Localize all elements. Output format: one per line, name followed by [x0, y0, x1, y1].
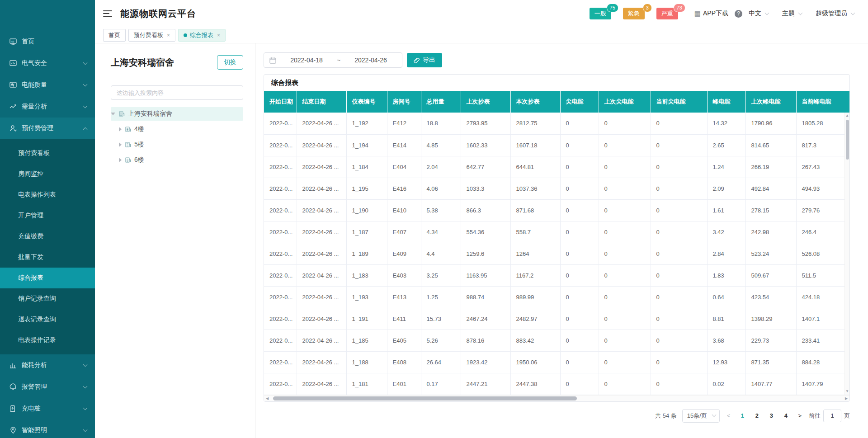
scroll-right-icon[interactable]: ▶: [843, 396, 849, 400]
sidebar-item-4[interactable]: 预付费管理: [0, 118, 95, 139]
language-select[interactable]: 中文: [749, 9, 769, 18]
table-cell: 1_181: [346, 373, 387, 395]
caret-right-icon[interactable]: [119, 142, 122, 147]
table-cell: E403: [387, 264, 421, 286]
sidebar-subitem-5[interactable]: 批量下发: [0, 247, 95, 268]
table-cell: 0: [599, 243, 651, 264]
caret-right-icon[interactable]: [119, 158, 122, 162]
sidebar-subitem-7[interactable]: 销户记录查询: [0, 288, 95, 309]
page-size-value: 15条/页: [687, 412, 707, 420]
table-cell: 526.08: [796, 243, 849, 264]
theme-select[interactable]: 主题: [782, 9, 802, 18]
tab-2[interactable]: 综合报表×: [178, 29, 226, 42]
close-tab-icon[interactable]: ×: [217, 32, 220, 38]
table-cell: 554.36: [461, 221, 510, 243]
date-start: 2022-04-18: [281, 57, 332, 64]
tree-node-child-1[interactable]: 5楼: [111, 138, 243, 151]
tree-node-root[interactable]: 上海安科瑞宿舍: [111, 107, 243, 121]
page-number-1[interactable]: 1: [737, 412, 747, 419]
table-cell: 2022-04-26 ...: [297, 178, 346, 199]
sidebar-subitem-1[interactable]: 房间监控: [0, 164, 95, 184]
tab-1[interactable]: 预付费看板×: [128, 29, 175, 42]
sidebar-item-6[interactable]: 报警管理: [0, 376, 95, 398]
table-cell: 0: [560, 351, 599, 373]
sidebar-subitem-0[interactable]: 预付费看板: [0, 143, 95, 164]
vertical-scrollbar[interactable]: ▲ ▼: [844, 113, 849, 395]
export-button[interactable]: 导出: [407, 53, 442, 67]
table-cell: 2022-0...: [264, 373, 297, 395]
table-cell: 0: [560, 286, 599, 308]
sidebar-item-8[interactable]: 智能照明: [0, 419, 95, 438]
alarm-level-button-2[interactable]: 严重73: [656, 8, 678, 19]
sidebar-subitem-4[interactable]: 充值缴费: [0, 226, 95, 247]
sidebar-subitem-9[interactable]: 电表操作记录: [0, 330, 95, 351]
tree-node-child-0[interactable]: 4楼: [111, 122, 243, 136]
table-cell: 246.4: [796, 221, 849, 243]
page-number-3[interactable]: 3: [766, 412, 776, 419]
table-cell: 1_189: [346, 243, 387, 264]
caret-down-icon[interactable]: [111, 113, 115, 115]
table-cell: 2022-04-26 ...: [297, 156, 346, 178]
table-cell: 0: [599, 156, 651, 178]
table-cell: 2022-0...: [264, 199, 297, 221]
quality-icon: [9, 81, 17, 89]
alarm-icon: [9, 383, 17, 391]
sidebar-item-5[interactable]: 能耗分析: [0, 354, 95, 376]
table-cell: 0: [560, 199, 599, 221]
page-size-select[interactable]: 15条/页: [682, 409, 720, 423]
prev-page-button[interactable]: <: [725, 412, 732, 419]
table-cell: 0: [560, 264, 599, 286]
switch-site-button[interactable]: 切换: [217, 55, 243, 70]
page-number-4[interactable]: 4: [781, 412, 791, 419]
sidebar-item-7[interactable]: 充电桩: [0, 398, 95, 419]
table-cell: 279.76: [796, 199, 849, 221]
table-cell: 1259.6: [461, 243, 510, 264]
table-cell: 229.73: [745, 330, 796, 351]
sidebar-subitem-2[interactable]: 电表操作列表: [0, 184, 95, 205]
page-number-2[interactable]: 2: [752, 412, 762, 419]
column-header: 结束日期: [297, 91, 346, 113]
sidebar-subitem-6[interactable]: 综合报表: [0, 268, 95, 288]
app-download[interactable]: ▦ APP下载: [694, 9, 728, 18]
tab-0[interactable]: 首页: [103, 29, 126, 42]
scroll-up-icon[interactable]: ▲: [845, 113, 849, 119]
goto-page-input[interactable]: [823, 410, 841, 422]
caret-right-icon[interactable]: [119, 127, 122, 132]
table-cell: 1_190: [346, 199, 387, 221]
scroll-down-icon[interactable]: ▼: [845, 388, 849, 395]
content: 上海安科瑞宿舍 切换 上海安科瑞宿舍 4楼 5楼 6楼: [95, 43, 868, 438]
date-range-picker[interactable]: 2022-04-18 ~ 2022-04-26: [264, 52, 402, 68]
alarm-level-button-0[interactable]: 一般75: [590, 8, 611, 19]
tree-node-child-2[interactable]: 6楼: [111, 153, 243, 167]
close-tab-icon[interactable]: ×: [167, 32, 170, 38]
column-header: 仪表编号: [346, 91, 387, 113]
tree-search-input[interactable]: [111, 85, 243, 100]
alarm-level-button-1[interactable]: 紧急3: [623, 8, 645, 19]
app-title: 能源物联网云平台: [120, 8, 196, 20]
theme-label: 主题: [782, 9, 795, 18]
next-page-button[interactable]: >: [796, 412, 803, 419]
tab-label: 首页: [108, 31, 120, 39]
table-cell: 2022-04-26 ...: [297, 221, 346, 243]
table-cell: 0: [599, 308, 651, 330]
tree-panel: 上海安科瑞宿舍 切换 上海安科瑞宿舍 4楼 5楼 6楼: [95, 43, 255, 438]
table-cell: 2467.24: [461, 308, 510, 330]
user-menu[interactable]: 超级管理员: [816, 9, 854, 18]
sidebar-subitem-3[interactable]: 开户管理: [0, 205, 95, 226]
table-cell: 0: [651, 264, 707, 286]
sidebar-item-1[interactable]: 电气安全: [0, 52, 95, 74]
table-cell: 0: [651, 330, 707, 351]
horizontal-scroll-thumb[interactable]: [273, 396, 577, 400]
sidebar-subitem-8[interactable]: 退表记录查询: [0, 309, 95, 330]
sidebar-item-3[interactable]: 需量分析: [0, 96, 95, 118]
sidebar-item-0[interactable]: 05首页: [0, 31, 95, 52]
collapse-menu-icon[interactable]: [103, 10, 112, 17]
horizontal-scroll-track[interactable]: [270, 396, 843, 401]
sidebar-item-2[interactable]: 电能质量: [0, 74, 95, 96]
vertical-scroll-thumb[interactable]: [846, 120, 849, 160]
table-cell: 0: [651, 134, 707, 156]
horizontal-scrollbar[interactable]: ◀ ▶: [264, 395, 849, 401]
help-icon[interactable]: ?: [735, 10, 742, 18]
table-cell: 1_193: [346, 286, 387, 308]
scroll-left-icon[interactable]: ◀: [264, 396, 270, 400]
